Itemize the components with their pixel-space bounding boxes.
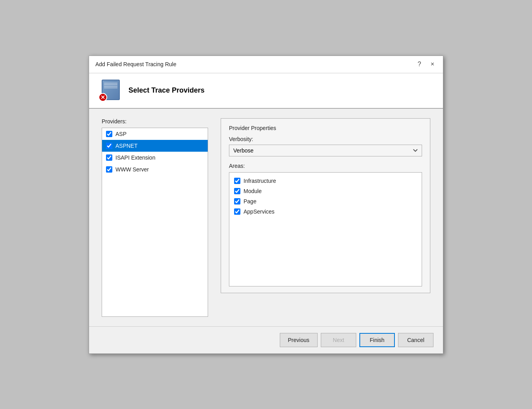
provider-properties-title: Provider Properties xyxy=(229,125,422,131)
area-infrastructure-label: Infrastructure xyxy=(244,178,276,184)
dialog-title: Add Failed Request Tracing Rule xyxy=(95,61,176,67)
right-panel: Provider Properties Verbosity: General C… xyxy=(221,118,430,317)
header-section: ✕ Select Trace Providers xyxy=(89,73,443,109)
provider-aspnet[interactable]: ASPNET xyxy=(102,140,208,152)
previous-button[interactable]: Previous xyxy=(280,333,318,347)
provider-www-checkbox[interactable] xyxy=(106,166,112,173)
footer-section: Previous Next Finish Cancel xyxy=(89,326,443,353)
content-section: Providers: ASP ASPNET ISAPI Extension xyxy=(89,109,443,326)
providers-list: ASP ASPNET ISAPI Extension WWW Server xyxy=(102,128,208,317)
area-page-checkbox[interactable] xyxy=(234,198,240,204)
next-button[interactable]: Next xyxy=(321,333,356,347)
title-bar-left: Add Failed Request Tracing Rule xyxy=(95,61,176,67)
providers-label: Providers: xyxy=(102,118,208,125)
title-bar: Add Failed Request Tracing Rule ? × xyxy=(89,56,443,73)
area-appservices[interactable]: AppServices xyxy=(234,206,417,217)
area-page[interactable]: Page xyxy=(234,196,417,206)
provider-isapi-checkbox[interactable] xyxy=(106,154,112,161)
area-infrastructure[interactable]: Infrastructure xyxy=(234,176,417,186)
content-layout: Providers: ASP ASPNET ISAPI Extension xyxy=(102,118,430,317)
area-appservices-checkbox[interactable] xyxy=(234,208,240,215)
verbosity-select[interactable]: General Critical Errors Errors Warnings … xyxy=(229,145,422,156)
areas-list: Infrastructure Module Page AppSe xyxy=(229,172,422,286)
provider-www[interactable]: WWW Server xyxy=(102,164,208,175)
close-button[interactable]: × xyxy=(428,60,437,69)
area-module[interactable]: Module xyxy=(234,186,417,196)
provider-asp-label: ASP xyxy=(115,131,126,137)
help-button[interactable]: ? xyxy=(415,60,424,69)
dialog-container: Add Failed Request Tracing Rule ? × ✕ Se… xyxy=(89,56,443,354)
provider-aspnet-checkbox[interactable] xyxy=(106,143,112,149)
provider-aspnet-label: ASPNET xyxy=(115,143,138,149)
verbosity-label: Verbosity: xyxy=(229,136,422,142)
areas-label: Areas: xyxy=(229,163,422,169)
area-module-checkbox[interactable] xyxy=(234,188,240,194)
area-appservices-label: AppServices xyxy=(244,208,275,215)
title-bar-right: ? × xyxy=(415,60,437,69)
header-icon: ✕ xyxy=(99,80,121,102)
finish-button[interactable]: Finish xyxy=(359,333,395,347)
area-infrastructure-checkbox[interactable] xyxy=(234,178,240,184)
error-icon: ✕ xyxy=(99,93,107,102)
area-module-label: Module xyxy=(244,188,262,194)
cancel-button[interactable]: Cancel xyxy=(398,333,433,347)
left-panel: Providers: ASP ASPNET ISAPI Extension xyxy=(102,118,208,317)
provider-asp-checkbox[interactable] xyxy=(106,131,112,137)
provider-isapi[interactable]: ISAPI Extension xyxy=(102,152,208,164)
provider-isapi-label: ISAPI Extension xyxy=(115,154,155,161)
provider-properties-box: Provider Properties Verbosity: General C… xyxy=(221,118,430,293)
page-title: Select Trace Providers xyxy=(128,86,205,95)
area-page-label: Page xyxy=(244,198,257,204)
provider-www-label: WWW Server xyxy=(115,166,149,173)
provider-asp[interactable]: ASP xyxy=(102,128,208,140)
